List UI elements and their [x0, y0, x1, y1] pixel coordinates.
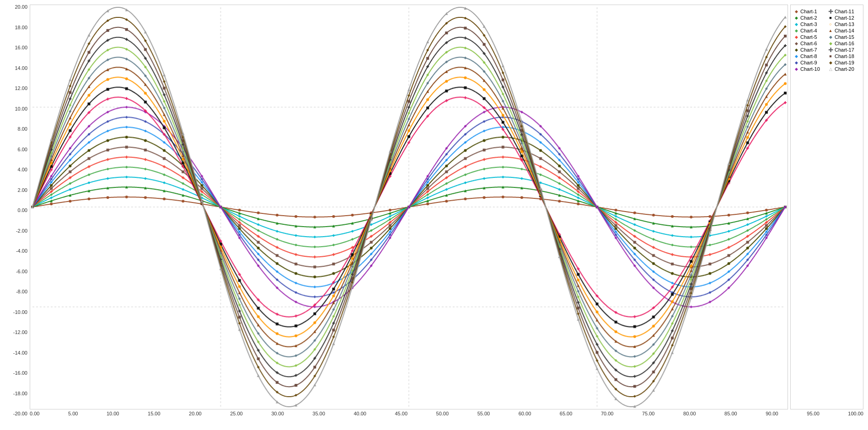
legend-label: Chart-13 — [835, 21, 854, 27]
legend-item: ◆Chart-10 — [793, 66, 826, 72]
legend-marker: ◆ — [793, 15, 799, 21]
y-axis-label: 2.00 — [18, 188, 27, 193]
plot-and-legend: ◆Chart-1➕Chart-11◆Chart-2■Chart-12◆Chart… — [30, 5, 863, 409]
legend-label: Chart-17 — [835, 47, 854, 53]
legend-item: ◆Chart-3 — [793, 21, 826, 27]
y-axis-label: 4.00 — [18, 167, 27, 172]
x-axis-label: 80.00 — [683, 411, 696, 416]
chart-area: 20.0018.0016.0014.0012.0010.008.006.004.… — [0, 5, 868, 430]
legend-marker: ◆ — [793, 28, 799, 33]
x-axis-label: 40.00 — [354, 411, 366, 416]
legend-marker: △ — [828, 66, 833, 72]
x-axis-label: 20.00 — [189, 411, 202, 416]
legend-item: ◆Chart-15 — [828, 34, 860, 40]
y-axis-label: -16.00 — [13, 371, 27, 376]
legend-label: Chart-5 — [800, 34, 817, 40]
legend-marker: ◆ — [793, 9, 799, 14]
legend-item: ◆Chart-4 — [793, 28, 826, 33]
y-axis-label: 16.00 — [15, 45, 27, 50]
legend-item: ○Chart-13 — [828, 21, 860, 27]
legend-marker: ▲ — [828, 28, 833, 33]
y-axis-label: 6.00 — [18, 147, 27, 152]
legend-label: Chart-16 — [835, 41, 854, 46]
x-axis-label: 45.00 — [395, 411, 407, 416]
x-axis-label: 35.00 — [312, 411, 325, 416]
legend-item: △Chart-20 — [828, 66, 860, 72]
legend-marker: ■ — [828, 53, 833, 59]
y-axis-label: 8.00 — [18, 127, 27, 132]
legend-item: ◆Chart-6 — [793, 41, 826, 46]
x-axis-label: 15.00 — [148, 411, 161, 416]
legend-marker: ◆ — [793, 47, 799, 53]
plot-wrapper: ◆Chart-1➕Chart-11◆Chart-2■Chart-12◆Chart… — [30, 5, 863, 416]
legend-item: ➕Chart-11 — [828, 9, 860, 14]
x-axis-label: 100.00 — [848, 411, 863, 416]
y-axis-label: -12.00 — [13, 330, 27, 335]
y-axis-label: 14.00 — [15, 66, 27, 71]
legend-label: Chart-12 — [835, 15, 854, 21]
chart-container: 20.0018.0016.0014.0012.0010.008.006.004.… — [0, 0, 868, 430]
legend-marker: ◆ — [793, 60, 799, 65]
x-axis-label: 75.00 — [642, 411, 655, 416]
x-axis-label: 65.00 — [560, 411, 573, 416]
legend-marker: ➕ — [828, 47, 833, 53]
legend-marker: ◆ — [828, 41, 833, 46]
chart-canvas — [30, 5, 788, 409]
y-axis-label: -20.00 — [13, 411, 27, 416]
y-axis-label: 12.00 — [15, 86, 27, 91]
legend-item: ◆Chart-7 — [793, 47, 826, 53]
legend-label: Chart-4 — [800, 28, 817, 33]
legend-item: ◆Chart-2 — [793, 15, 826, 21]
legend-marker: ◆ — [793, 66, 799, 72]
y-axis-label: -18.00 — [13, 391, 27, 396]
x-axis-label: 95.00 — [807, 411, 820, 416]
legend-item: ➕Chart-17 — [828, 47, 860, 53]
legend-label: Chart-7 — [800, 47, 817, 53]
y-axis-label: -14.00 — [13, 350, 27, 356]
legend-item: ◆Chart-19 — [828, 60, 860, 65]
legend-label: Chart-9 — [800, 60, 817, 65]
legend-item: ■Chart-12 — [828, 15, 860, 21]
legend-marker: ◆ — [793, 34, 799, 40]
legend-label: Chart-3 — [800, 21, 817, 27]
legend-label: Chart-14 — [835, 28, 854, 33]
legend-item: ◆Chart-5 — [793, 34, 826, 40]
y-axis-label: -10.00 — [13, 310, 27, 315]
y-axis-label: -4.00 — [16, 249, 27, 254]
x-axis: 0.005.0010.0015.0020.0025.0030.0035.0040… — [30, 409, 863, 416]
x-axis-label: 25.00 — [230, 411, 243, 416]
legend-item: ◆Chart-9 — [793, 60, 826, 65]
legend-label: Chart-2 — [800, 15, 817, 21]
x-axis-label: 70.00 — [601, 411, 614, 416]
legend-marker: ◆ — [793, 41, 799, 46]
x-axis-label: 5.00 — [68, 411, 78, 416]
x-axis-label: 85.00 — [724, 411, 737, 416]
y-axis-label: 10.00 — [15, 106, 27, 111]
legend-label: Chart-1 — [800, 9, 817, 14]
legend-label: Chart-20 — [835, 66, 854, 72]
legend-item: ▲Chart-14 — [828, 28, 860, 33]
legend-item: ■Chart-18 — [828, 53, 860, 59]
legend-label: Chart-18 — [835, 53, 854, 59]
legend-marker: ◆ — [828, 60, 833, 65]
legend-marker: ◆ — [793, 53, 799, 59]
legend-label: Chart-6 — [800, 41, 817, 46]
y-axis-label: 0.00 — [18, 208, 27, 213]
y-axis-label: -2.00 — [16, 228, 27, 234]
legend-label: Chart-11 — [835, 9, 854, 14]
y-axis-label: -8.00 — [16, 289, 27, 294]
legend-label: Chart-15 — [835, 34, 854, 40]
x-axis-label: 30.00 — [271, 411, 284, 416]
x-axis-label: 10.00 — [107, 411, 119, 416]
x-axis-label: 90.00 — [766, 411, 778, 416]
legend-marker: ◆ — [828, 34, 833, 40]
y-axis-label: 18.00 — [15, 25, 27, 30]
legend-panel: ◆Chart-1➕Chart-11◆Chart-2■Chart-12◆Chart… — [790, 5, 863, 409]
legend-label: Chart-10 — [800, 66, 820, 72]
legend-label: Chart-19 — [835, 60, 854, 65]
legend-marker: ■ — [828, 15, 833, 21]
legend-label: Chart-8 — [800, 53, 817, 59]
x-axis-label: 60.00 — [519, 411, 531, 416]
x-axis-label: 0.00 — [30, 411, 39, 416]
y-axis-label: -6.00 — [16, 269, 27, 274]
